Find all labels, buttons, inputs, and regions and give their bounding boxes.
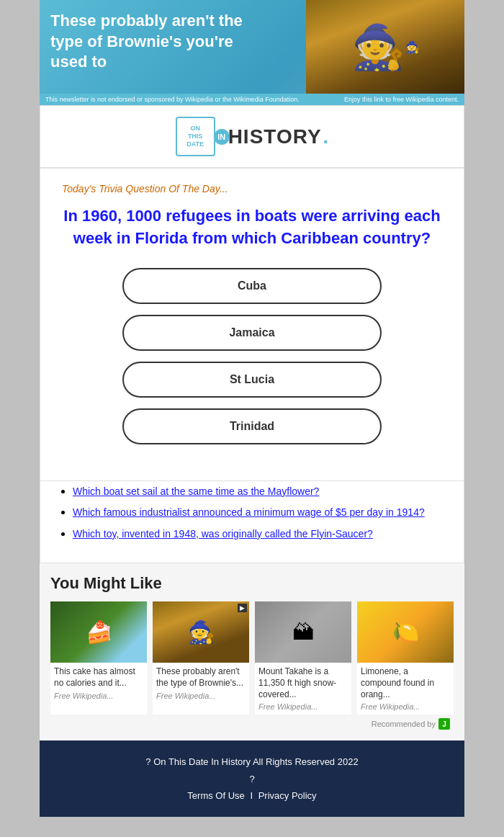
- banner-figure-icon: 🧙: [306, 0, 464, 94]
- answer-cuba[interactable]: Cuba: [122, 268, 382, 304]
- list-item: Which famous industrialist announced a m…: [73, 506, 449, 520]
- link-frisbee[interactable]: Which toy, invented in 1948, was origina…: [73, 528, 373, 540]
- logo-calendar: ON THIS DATE: [176, 117, 215, 156]
- card-3-image: 🏔: [255, 601, 351, 663]
- card-1-source: Free Wikipedia...: [50, 691, 147, 704]
- logo-on: ON: [190, 125, 200, 133]
- logo-this: THIS: [188, 133, 203, 140]
- disclaimer-right: Enjoy this link to free Wikipedia conten…: [344, 96, 459, 103]
- banner-disclaimer: This newsletter is not endorsed or spons…: [40, 94, 464, 105]
- recommended-by-text: Recommended by: [372, 720, 436, 728]
- logo-section: ON THIS DATE IN HISTORY.: [40, 105, 464, 168]
- links-section: Which boat set sail at the same time as …: [40, 481, 464, 564]
- trivia-links-list: Which boat set sail at the same time as …: [55, 485, 449, 542]
- card-1-image: 🍰: [50, 601, 147, 663]
- card-2-text: These probably aren't the type of Browni…: [153, 663, 249, 691]
- card-4-image: 🍋: [357, 601, 454, 663]
- answer-options: Cuba Jamaica St Lucia Trinidad: [62, 268, 442, 444]
- trivia-label: Today's Trivia Question Of The Day...: [62, 183, 442, 194]
- logo-history-text: HISTORY: [228, 125, 322, 148]
- banner-text: These probably aren't the type of Browni…: [50, 11, 245, 73]
- card-2[interactable]: 🧙 ▶ These probably aren't the type of Br…: [153, 601, 249, 715]
- card-2-corner-badge: ▶: [238, 604, 247, 612]
- card-2-source: Free Wikipedia...: [153, 691, 249, 704]
- card-4[interactable]: 🍋 Limonene, a compound found in orang...…: [357, 601, 454, 715]
- list-item: Which boat set sail at the same time as …: [73, 485, 449, 499]
- card-4-text: Limonene, a compound found in orang...: [357, 663, 454, 702]
- jubna-logo: J: [438, 718, 450, 730]
- card-1-text: This cake has almost no calories and it.…: [50, 663, 147, 691]
- card-2-image: 🧙 ▶: [153, 601, 249, 663]
- cards-row: 🍰 This cake has almost no calories and i…: [50, 601, 454, 715]
- card-3[interactable]: 🏔 Mount Takahe is a 11,350 ft high snow-…: [255, 601, 351, 715]
- footer-links: Terms Of Use I Privacy Policy: [54, 787, 450, 804]
- answer-trinidad[interactable]: Trinidad: [122, 408, 382, 444]
- card-3-text: Mount Takahe is a 11,350 ft high snow-co…: [255, 663, 351, 702]
- link-industrialist[interactable]: Which famous industrialist announced a m…: [73, 506, 425, 518]
- banner-image: 🧙: [306, 0, 464, 94]
- privacy-policy-link[interactable]: Privacy Policy: [258, 790, 317, 801]
- you-might-like-title: You Might Like: [50, 574, 454, 593]
- logo-date: DATE: [186, 140, 204, 148]
- trivia-section: Today's Trivia Question Of The Day... In…: [40, 168, 464, 481]
- footer: ? On This Date In History All Rights Res…: [40, 740, 464, 817]
- disclaimer-left: This newsletter is not endorsed or spons…: [45, 96, 300, 103]
- link-mayflower[interactable]: Which boat set sail at the same time as …: [73, 485, 319, 497]
- recommended-by: Recommended by J: [50, 715, 454, 733]
- banner: These probably aren't the type of Browni…: [40, 0, 464, 94]
- list-item: Which toy, invented in 1948, was origina…: [73, 527, 449, 542]
- card-3-source: Free Wikipedia...: [255, 702, 351, 715]
- footer-line2: ?: [54, 771, 450, 787]
- logo-in-circle: IN: [214, 129, 230, 145]
- terms-of-use-link[interactable]: Terms Of Use: [187, 790, 244, 801]
- logo-box: ON THIS DATE IN HISTORY.: [176, 117, 329, 156]
- answer-jamaica[interactable]: Jamaica: [122, 315, 382, 351]
- footer-line1: ? On This Date In History All Rights Res…: [54, 753, 450, 770]
- card-1[interactable]: 🍰 This cake has almost no calories and i…: [50, 601, 147, 715]
- answer-st-lucia[interactable]: St Lucia: [122, 362, 382, 398]
- footer-pipe: I: [250, 790, 253, 801]
- you-might-like-section: You Might Like 🍰 This cake has almost no…: [40, 563, 464, 740]
- logo-dot: .: [323, 125, 329, 148]
- trivia-question: In 1960, 1000 refugees in boats were arr…: [62, 205, 442, 250]
- card-4-source: Free Wikipedia...: [357, 702, 454, 715]
